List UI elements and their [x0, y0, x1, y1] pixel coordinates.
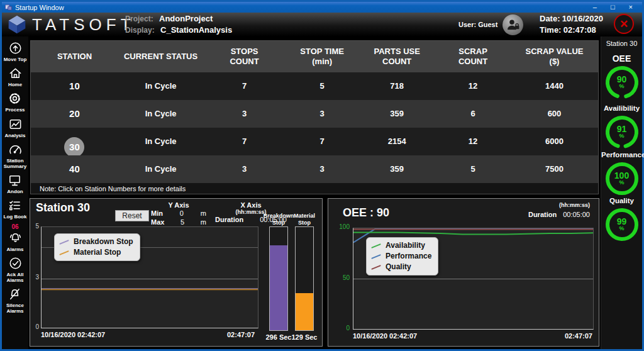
legend-label: Availability: [386, 240, 425, 251]
station-trend-panel: Station 30 Reset Y Axis Min 0 m Max 5 m …: [30, 198, 323, 347]
min-label: Min: [151, 209, 163, 218]
scrap-cell: 12: [435, 136, 511, 147]
legend-line-sample: [371, 265, 381, 270]
sidebar-item-move-top[interactable]: Move Top: [4, 41, 27, 62]
sidebar-item-station-summary[interactable]: Station Summary: [4, 142, 26, 169]
project-value: AndonProject: [159, 14, 213, 23]
user-avatar-button[interactable]: [502, 14, 523, 35]
legend-line-sample: [371, 254, 381, 259]
quality-gauge: 99%: [604, 206, 640, 243]
min-unit: m: [201, 209, 206, 218]
oee-panel-title: OEE : 90: [343, 206, 389, 220]
col-scrap-value: SCRAP VALUE ($): [511, 47, 598, 67]
oee-duration-label: Duration: [528, 211, 557, 218]
y-tick: 5: [31, 223, 39, 230]
exit-app-button[interactable]: ✕: [614, 14, 634, 34]
user-lock-icon: [505, 16, 521, 33]
bell-off-icon: [8, 287, 22, 301]
bell-icon: [8, 231, 23, 245]
col-station: STATION: [31, 52, 118, 62]
material-stop-bar: [295, 226, 314, 331]
check-circle-icon: [8, 256, 23, 270]
time-line: Time: 02:47:08: [540, 25, 603, 36]
time-value: 02:47:08: [564, 25, 596, 35]
trend-legend: Breakdown Stop Material Stop: [54, 233, 140, 261]
availability-gauge-label: Availibility: [601, 104, 642, 112]
max-label: Max: [151, 218, 164, 226]
scrap-cell: 12: [435, 81, 511, 91]
legend-line-sample: [371, 243, 381, 248]
reset-button[interactable]: Reset: [115, 210, 149, 221]
station-panel-title: Station 30: [36, 201, 90, 214]
y-tick: 100: [335, 223, 350, 230]
y-tick: 0: [31, 323, 39, 330]
scrap-value-cell: 6000: [511, 136, 598, 147]
duration-label: Duration: [215, 215, 243, 224]
station-number-40[interactable]: 40: [31, 164, 118, 176]
legend-line-sample: [59, 240, 69, 245]
station-table: STATION CURRENT STATUS STOPS COUNT STOP …: [30, 40, 599, 194]
status-cell: In Cycle: [118, 136, 203, 147]
x-end-label: 02:47:07: [227, 331, 255, 338]
date-line: Date: 10/16/2020: [540, 13, 603, 25]
legend-label: Quality: [386, 262, 411, 272]
stops-cell: 7: [203, 81, 286, 91]
alarm-count-badge: 06: [11, 224, 18, 230]
scrap-cell: 6: [435, 109, 511, 119]
station-number-20[interactable]: 20: [31, 108, 118, 120]
bar-fill: [296, 293, 313, 330]
legend-label: Performance: [386, 251, 431, 262]
scrap-value-cell: 7500: [511, 164, 598, 174]
sidebar-item-silence-alarms[interactable]: Silence Alarms: [6, 287, 24, 314]
sidebar-item-home[interactable]: Home: [8, 66, 23, 87]
sidebar-item-log-book[interactable]: Log Book: [4, 198, 27, 220]
stop-time-cell: 3: [286, 109, 358, 119]
station-trend-chart: Breakdown Stop Material Stop: [41, 226, 258, 328]
sidebar-item-ack-all-alarms[interactable]: Ack All Alarms: [6, 256, 23, 283]
performance-gauge: 100%: [604, 160, 640, 197]
y-tick: 0: [335, 325, 350, 332]
col-stop-time: STOP TIME (min): [286, 47, 358, 67]
oee-duration-value-field[interactable]: 00:05:00: [563, 211, 590, 218]
parts-use-cell: 2154: [358, 136, 435, 147]
oee-gauge-label: OEE: [601, 53, 642, 64]
breakdown-stop-bar: [269, 226, 288, 331]
performance-gauge-label: Performance: [601, 151, 642, 159]
project-label: Project:: [125, 14, 153, 23]
y-tick: 50: [335, 274, 350, 281]
station-number-30[interactable]: 30: [31, 126, 118, 158]
table-header-row: STATION CURRENT STATUS STOPS COUNT STOP …: [31, 41, 598, 72]
gauge-unit: %: [619, 133, 624, 139]
stop-time-cell: 3: [286, 164, 358, 174]
home-icon: [8, 66, 23, 81]
y-axis-settings: Y Axis Min 0 m Max 5 m: [150, 201, 208, 226]
sidebar-item-process[interactable]: Process: [5, 91, 25, 113]
sidebar-item-andon[interactable]: Andon: [7, 173, 23, 194]
selected-station-circle[interactable]: 30: [64, 137, 84, 157]
user-label: User: Guest: [458, 21, 497, 28]
minimize-button[interactable]: –: [593, 2, 597, 13]
status-cell: In Cycle: [118, 109, 203, 119]
gauge-icon: [8, 142, 23, 157]
station-number-10[interactable]: 10: [31, 81, 118, 92]
max-value-field[interactable]: 5: [180, 218, 184, 226]
arrow-up-circle-icon: [8, 41, 23, 55]
kpi-station-label: Station 30: [601, 40, 642, 47]
exit-x-icon: ✕: [619, 18, 628, 31]
title-bar[interactable]: Startup Window – □ ×: [2, 2, 642, 13]
stop-time-cell: 5: [286, 81, 358, 91]
maximize-button[interactable]: □: [611, 2, 615, 13]
col-scrap-count: SCRAP COUNT: [435, 47, 511, 67]
left-nav-sidebar: Move Top Home Process Analysis Station S…: [2, 36, 28, 349]
min-value-field[interactable]: 0: [180, 209, 184, 218]
display-line: Display: C_StationAnalysis: [125, 25, 232, 36]
status-cell: In Cycle: [118, 164, 203, 174]
parts-use-cell: 718: [358, 81, 435, 91]
close-button[interactable]: ×: [629, 2, 633, 13]
display-value: C_StationAnalysis: [160, 25, 232, 35]
sidebar-item-analysis[interactable]: Analysis: [5, 117, 26, 138]
sidebar-item-alarms[interactable]: 06 Alarms: [6, 224, 23, 252]
gear-icon: [8, 91, 22, 106]
availability-gauge: 91%: [604, 114, 640, 150]
gauge-unit: %: [619, 180, 624, 186]
